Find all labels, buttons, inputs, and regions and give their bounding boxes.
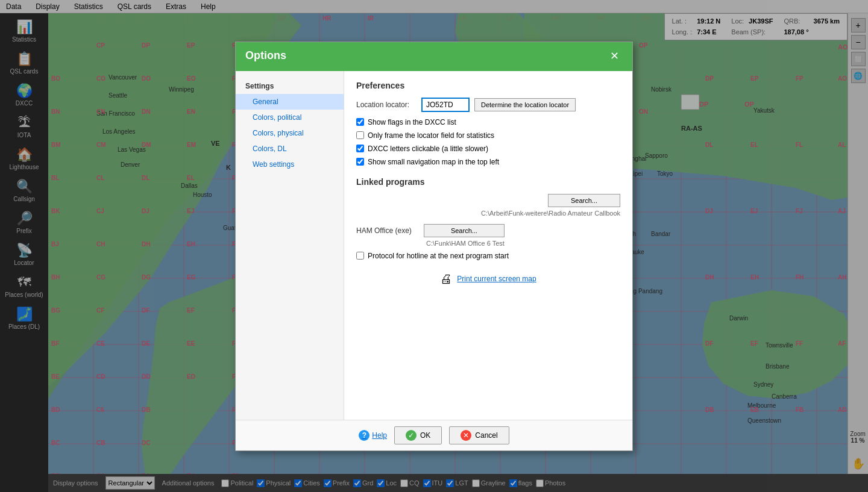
- linked-programs-title: Linked programs: [356, 177, 620, 187]
- show-flags-checkbox[interactable]: [356, 118, 364, 126]
- options-dialog: Options ✕ Settings General Colors, polit…: [235, 42, 633, 451]
- only-frame-row: Only frame the locator field for statist…: [356, 131, 620, 140]
- protocol-checkbox[interactable]: [356, 252, 364, 260]
- locator-input[interactable]: [421, 98, 470, 112]
- dialog-footer: ? Help ✓ OK ✕ Cancel: [236, 420, 632, 450]
- ok-button[interactable]: ✓ OK: [394, 426, 442, 444]
- help-label: Help: [372, 431, 387, 440]
- settings-section-header: Settings: [236, 78, 344, 94]
- help-button[interactable]: ? Help: [359, 426, 387, 444]
- nav-item-colors-political[interactable]: Colors, political: [236, 110, 344, 125]
- ham-office-path: C:\Funk\HAM Office 6 Test: [426, 240, 505, 247]
- locator-row: Location locator: Determine the location…: [356, 98, 620, 112]
- linked-programs-section: Linked programs Search... C:\Arbeit\Funk…: [356, 177, 620, 260]
- protocol-row: Protocol for hotline at the next program…: [356, 252, 620, 260]
- ham-office-search-button[interactable]: Search...: [424, 224, 505, 237]
- ok-icon: ✓: [406, 430, 417, 441]
- show-nav-map-checkbox[interactable]: [356, 158, 364, 166]
- dialog-sidebar: Settings General Colors, political Color…: [236, 71, 344, 420]
- dialog-title: Options: [245, 49, 286, 62]
- only-frame-checkbox[interactable]: [356, 131, 364, 139]
- callbook-row: Search... C:\Arbeit\Funk-weitere\Radio A…: [356, 194, 620, 217]
- ham-office-label: HAM Office (exe): [356, 224, 417, 235]
- dxcc-clickable-label: DXCC letters clickable (a little slower): [368, 145, 488, 153]
- nav-item-colors-physical[interactable]: Colors, physical: [236, 125, 344, 141]
- protocol-label: Protocol for hotline at the next program…: [368, 252, 509, 260]
- print-icon: 🖨: [440, 272, 452, 286]
- cancel-label: Cancel: [475, 431, 497, 440]
- cancel-button[interactable]: ✕ Cancel: [449, 426, 509, 444]
- show-flags-label: Show flags in the DXCC list: [368, 118, 456, 126]
- show-nav-map-label: Show small navigation map in the top lef…: [368, 158, 499, 166]
- show-flags-row: Show flags in the DXCC list: [356, 118, 620, 126]
- print-link[interactable]: Print current screen map: [457, 275, 536, 283]
- nav-item-colors-dl[interactable]: Colors, DL: [236, 141, 344, 157]
- ham-office-controls: Search... C:\Funk\HAM Office 6 Test: [424, 224, 505, 247]
- callbook-path: C:\Arbeit\Funk-weitere\Radio Amateur Cal…: [481, 210, 620, 217]
- cancel-icon: ✕: [461, 430, 471, 441]
- dxcc-clickable-row: DXCC letters clickable (a little slower): [356, 145, 620, 153]
- callbook-search-button[interactable]: Search...: [548, 194, 620, 207]
- dialog-header: Options ✕: [236, 42, 632, 71]
- dialog-close-button[interactable]: ✕: [606, 49, 623, 63]
- ham-office-row: HAM Office (exe) Search... C:\Funk\HAM O…: [356, 224, 620, 247]
- dialog-content: Preferences Location locator: Determine …: [344, 71, 632, 420]
- nav-item-web-settings[interactable]: Web settings: [236, 157, 344, 172]
- print-row: 🖨 Print current screen map: [356, 272, 620, 286]
- help-icon: ?: [359, 430, 370, 441]
- determine-location-button[interactable]: Determine the location locator: [474, 98, 576, 111]
- dxcc-clickable-checkbox[interactable]: [356, 145, 364, 152]
- show-nav-map-row: Show small navigation map in the top lef…: [356, 158, 620, 166]
- modal-overlay: Options ✕ Settings General Colors, polit…: [0, 0, 868, 492]
- nav-item-general[interactable]: General: [236, 94, 344, 110]
- ok-label: OK: [420, 431, 430, 440]
- dialog-body: Settings General Colors, political Color…: [236, 71, 632, 420]
- locator-label: Location locator:: [356, 101, 417, 109]
- preferences-section-title: Preferences: [356, 81, 620, 90]
- only-frame-label: Only frame the locator field for statist…: [368, 131, 494, 140]
